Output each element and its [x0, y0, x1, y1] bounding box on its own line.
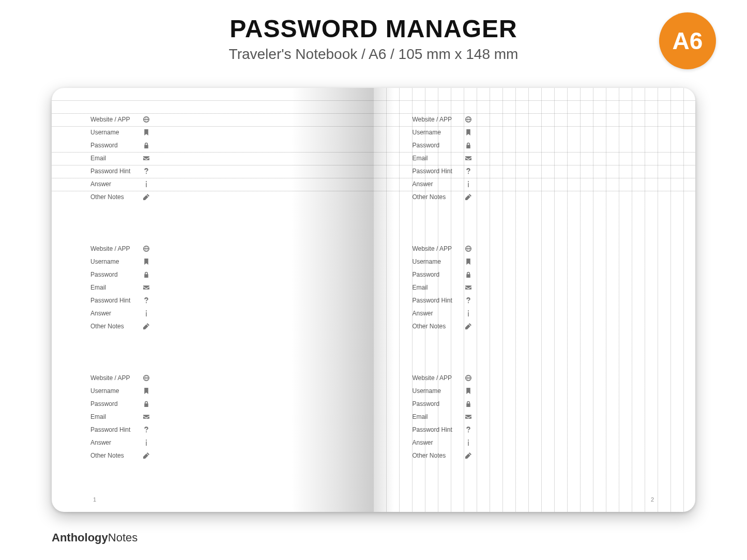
field-row: Email: [374, 281, 696, 294]
field-row: Email: [52, 281, 374, 294]
field-label: Email: [90, 284, 140, 291]
field-row: Email: [52, 152, 374, 164]
field-label: Website / APP: [413, 374, 462, 382]
entry-block: Website / APPUsernamePasswordEmailPasswo…: [374, 113, 696, 203]
pencil-icon: [462, 194, 475, 200]
field-label: Other Notes: [90, 193, 140, 201]
info-icon: [140, 181, 153, 187]
field-row: Password Hint: [374, 294, 696, 307]
entries-right: Website / APPUsernamePasswordEmailPasswo…: [374, 113, 696, 462]
question-icon: [140, 427, 153, 433]
field-row: Password: [374, 268, 696, 281]
entry-block: Website / APPUsernamePasswordEmailPasswo…: [52, 113, 374, 203]
field-row: Password Hint: [52, 423, 374, 436]
field-row: Answer: [374, 177, 696, 190]
bookmark-icon: [140, 129, 153, 135]
entries-left: Website / APPUsernamePasswordEmailPasswo…: [52, 113, 374, 462]
field-row: Username: [374, 384, 696, 397]
field-label: Password Hint: [90, 426, 140, 433]
brand-footer: AnthologyNotes: [52, 531, 138, 544]
page-number-left: 1: [93, 496, 96, 503]
field-label: Password Hint: [90, 168, 140, 175]
field-label: Password Hint: [413, 168, 462, 175]
globe-icon: [140, 375, 153, 381]
field-row: Password: [374, 397, 696, 410]
field-row: Password Hint: [52, 294, 374, 307]
field-label: Answer: [413, 310, 462, 317]
field-label: Username: [90, 258, 140, 265]
lock-icon: [140, 271, 153, 278]
bookmark-icon: [462, 388, 475, 394]
field-label: Email: [90, 155, 140, 162]
info-icon: [462, 181, 475, 187]
field-row: Username: [374, 126, 696, 139]
field-row: Password: [374, 139, 696, 152]
field-row: Password Hint: [52, 164, 374, 177]
field-row: Password Hint: [374, 164, 696, 177]
size-badge: A6: [659, 12, 716, 69]
field-label: Other Notes: [413, 193, 462, 201]
lock-icon: [140, 142, 153, 148]
pencil-icon: [462, 323, 475, 329]
question-icon: [140, 168, 153, 174]
globe-icon: [462, 375, 475, 381]
field-label: Answer: [90, 439, 140, 446]
field-label: Password: [90, 271, 140, 278]
field-label: Username: [413, 129, 462, 136]
field-label: Password: [413, 271, 462, 278]
field-label: Password: [90, 400, 140, 407]
info-icon: [140, 310, 153, 316]
question-icon: [462, 297, 475, 304]
field-label: Website / APP: [90, 245, 140, 252]
field-label: Password Hint: [413, 426, 462, 433]
field-row: Other Notes: [52, 320, 374, 332]
field-row: Website / APP: [374, 371, 696, 384]
question-icon: [462, 168, 475, 174]
field-label: Website / APP: [413, 245, 462, 252]
field-label: Other Notes: [413, 452, 462, 459]
lock-icon: [140, 401, 153, 407]
field-label: Other Notes: [90, 452, 140, 459]
header: PASSWORD MANAGER Traveler's Notebook / A…: [0, 0, 747, 63]
field-label: Website / APP: [90, 374, 140, 382]
field-label: Answer: [90, 180, 140, 188]
pencil-icon: [140, 323, 153, 329]
lock-icon: [462, 401, 475, 407]
field-row: Other Notes: [374, 320, 696, 332]
field-row: Answer: [374, 436, 696, 449]
info-icon: [462, 310, 475, 316]
envelope-icon: [462, 414, 475, 420]
field-label: Email: [413, 413, 462, 420]
field-label: Username: [413, 258, 462, 265]
field-row: Website / APP: [52, 113, 374, 126]
page-right: Website / APPUsernamePasswordEmailPasswo…: [374, 88, 696, 512]
field-label: Username: [90, 129, 140, 136]
brand-bold: Anthology: [52, 531, 108, 544]
page-subtitle: Traveler's Notebook / A6 / 105 mm x 148 …: [0, 46, 747, 63]
notebook-spread: Website / APPUsernamePasswordEmailPasswo…: [52, 88, 695, 512]
bookmark-icon: [140, 388, 153, 394]
envelope-icon: [140, 284, 153, 291]
field-row: Answer: [52, 436, 374, 449]
field-row: Email: [374, 152, 696, 164]
field-row: Email: [374, 410, 696, 423]
field-row: Other Notes: [374, 449, 696, 462]
field-row: Other Notes: [52, 190, 374, 203]
entry-block: Website / APPUsernamePasswordEmailPasswo…: [52, 371, 374, 462]
field-row: Answer: [52, 307, 374, 320]
field-row: Password Hint: [374, 423, 696, 436]
page-title: PASSWORD MANAGER: [0, 14, 747, 43]
field-label: Password Hint: [90, 297, 140, 304]
size-badge-label: A6: [673, 27, 703, 55]
field-row: Email: [52, 410, 374, 423]
globe-icon: [462, 246, 475, 252]
field-row: Other Notes: [52, 449, 374, 462]
field-label: Answer: [413, 180, 462, 188]
field-row: Answer: [52, 177, 374, 190]
field-label: Other Notes: [90, 323, 140, 330]
bookmark-icon: [140, 259, 153, 265]
field-row: Username: [52, 384, 374, 397]
field-label: Email: [413, 284, 462, 291]
field-label: Website / APP: [90, 116, 140, 123]
envelope-icon: [140, 155, 153, 161]
